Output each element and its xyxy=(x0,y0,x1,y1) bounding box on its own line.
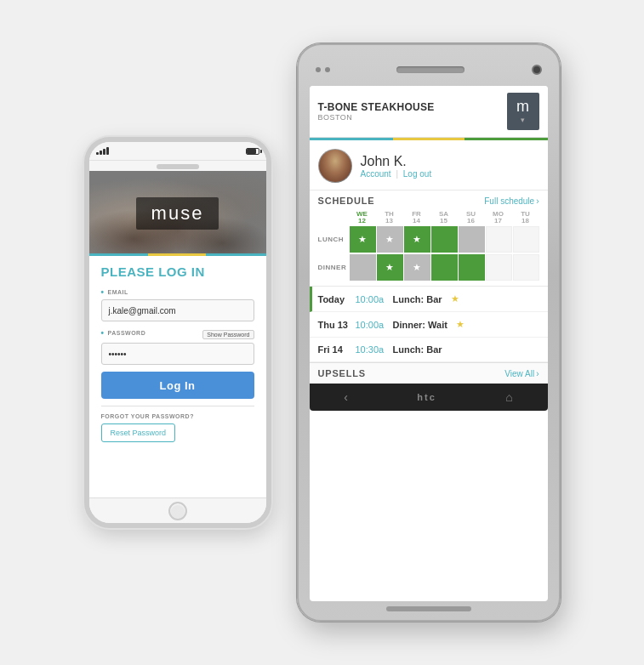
iphone-home-bar xyxy=(89,497,266,523)
grid-day-headers: WE12 TH13 FR14 SA15 SU16 MO17 TU18 xyxy=(318,211,539,225)
signal-bars xyxy=(96,147,109,155)
upcoming-item-today[interactable]: Today 10:00a Lunch: Bar ★ xyxy=(310,287,548,312)
upcoming-desc-thu: Dinner: Wait xyxy=(393,320,447,330)
upcoming-date-fri: Fri 14 xyxy=(318,344,349,355)
upcoming-time-fri: 10:30a xyxy=(356,344,386,355)
dinner-cell-thu[interactable]: ★ xyxy=(377,254,403,281)
htc-speaker-bottom xyxy=(386,606,471,611)
user-row: John K. Account | Log out xyxy=(310,140,548,190)
signal-bar-3 xyxy=(103,149,105,155)
dinner-cell-wed[interactable] xyxy=(350,254,376,281)
htc-nav-bar: ‹ htc ⌂ xyxy=(310,384,548,411)
upcoming-desc-today: Lunch: Bar xyxy=(393,294,442,304)
lunch-cell-thu[interactable]: ★ xyxy=(377,226,403,253)
login-title: PLEASE LOG IN xyxy=(101,264,254,279)
show-password-button[interactable]: Show Password xyxy=(202,330,254,339)
login-button[interactable]: Log In xyxy=(101,372,254,399)
avatar-image xyxy=(319,150,351,182)
badge-chevron-icon: ▾ xyxy=(521,116,525,124)
restaurant-name: T-BONE STEAKHOUSE xyxy=(318,101,435,113)
lunch-cell-tue[interactable] xyxy=(513,226,539,253)
htc-screen: T-BONE STEAKHOUSE BOSTON m ▾ John K. Acc… xyxy=(310,86,548,601)
dinner-cell-sat[interactable] xyxy=(431,254,458,281)
upsells-section: UPSELLS View All › xyxy=(310,362,548,384)
signal-bar-4 xyxy=(106,147,109,155)
htc-dot-2 xyxy=(325,67,330,72)
dinner-cell-tue[interactable] xyxy=(513,254,539,281)
link-separator: | xyxy=(396,169,398,179)
muse-logo-box: muse xyxy=(136,197,219,230)
iphone-status-bar xyxy=(89,142,266,161)
lunch-cell-mon[interactable] xyxy=(486,226,512,253)
htc-speaker-top xyxy=(396,66,464,73)
signal-indicator xyxy=(96,147,109,155)
iphone-hero: muse xyxy=(89,171,266,256)
schedule-section: SCHEDULE Full schedule › WE12 TH13 FR14 … xyxy=(310,190,548,286)
lunch-row: LUNCH ★ ★ ★ xyxy=(318,226,539,253)
schedule-header: SCHEDULE Full schedule › xyxy=(318,196,539,206)
lunch-cell-fri[interactable]: ★ xyxy=(404,226,430,253)
dinner-row: DINNER ★ ★ xyxy=(318,254,539,281)
chevron-right-icon: › xyxy=(536,196,539,206)
back-button[interactable]: ‹ xyxy=(344,390,348,404)
view-all-link[interactable]: View All › xyxy=(504,369,539,378)
email-group: EMAIL j.kale@gmail.com xyxy=(101,287,254,321)
htc-top-bar xyxy=(305,57,552,82)
day-label-mon: MO17 xyxy=(485,211,512,225)
m-badge[interactable]: m ▾ xyxy=(507,93,539,130)
lunch-cell-wed[interactable]: ★ xyxy=(350,226,376,253)
full-schedule-link[interactable]: Full schedule › xyxy=(484,196,539,206)
upcoming-item-thu[interactable]: Thu 13 10:00a Dinner: Wait ★ xyxy=(310,312,548,338)
signal-bar-1 xyxy=(96,152,99,155)
logout-link[interactable]: Log out xyxy=(403,169,431,179)
dinner-cell-fri[interactable]: ★ xyxy=(404,254,430,281)
email-input[interactable]: j.kale@gmail.com xyxy=(101,299,254,321)
account-link[interactable]: Account xyxy=(361,169,391,179)
dinner-cell-mon[interactable] xyxy=(486,254,512,281)
hero-stripe xyxy=(89,253,266,256)
reset-password-button[interactable]: Reset Password xyxy=(101,423,176,442)
restaurant-city: BOSTON xyxy=(318,113,435,122)
muse-logo-text: muse xyxy=(151,202,204,224)
user-avatar xyxy=(318,149,352,183)
battery-icon xyxy=(246,148,259,155)
dinner-label: DINNER xyxy=(318,264,349,271)
iphone-app-body: PLEASE LOG IN EMAIL j.kale@gmail.com PAS… xyxy=(89,256,266,497)
upcoming-time-thu: 10:00a xyxy=(356,320,386,330)
upcoming-time-today: 10:00a xyxy=(356,294,386,304)
forgot-section: FORGOT YOUR PASSWORD? Reset Password xyxy=(101,406,254,442)
day-label-sun: SU16 xyxy=(458,211,485,225)
password-input[interactable]: •••••• xyxy=(101,343,254,365)
dinner-cell-sun[interactable] xyxy=(459,254,485,281)
day-label-fri: FR14 xyxy=(403,211,430,225)
battery-fill xyxy=(247,149,256,154)
upsells-title: UPSELLS xyxy=(318,368,366,378)
htc-footer xyxy=(305,601,552,611)
htc-dots xyxy=(316,67,330,72)
app-header: T-BONE STEAKHOUSE BOSTON m ▾ xyxy=(310,86,548,138)
lunch-cell-sun[interactable] xyxy=(459,226,485,253)
password-group: PASSWORD Show Password •••••• xyxy=(101,328,254,365)
day-label-thu: TH13 xyxy=(376,211,403,225)
password-label-row: PASSWORD Show Password xyxy=(101,328,254,340)
user-info: John K. Account | Log out xyxy=(361,154,432,179)
iphone-speaker xyxy=(157,164,199,169)
day-label-tue: TU18 xyxy=(512,211,539,225)
day-label-wed: WE12 xyxy=(349,211,376,225)
home-button[interactable] xyxy=(168,502,187,520)
lunch-cell-sat[interactable] xyxy=(431,226,458,253)
upcoming-item-fri[interactable]: Fri 14 10:30a Lunch: Bar xyxy=(310,338,548,362)
home-button-htc[interactable]: ⌂ xyxy=(505,390,512,404)
iphone-device: muse PLEASE LOG IN EMAIL j.kale@gmail.co… xyxy=(84,137,271,528)
schedule-title: SCHEDULE xyxy=(318,196,375,206)
view-all-chevron-icon: › xyxy=(536,369,539,378)
forgot-label: FORGOT YOUR PASSWORD? xyxy=(101,413,254,419)
htc-camera xyxy=(532,65,542,75)
password-label: PASSWORD xyxy=(101,328,146,338)
user-links: Account | Log out xyxy=(361,169,432,179)
htc-dot-1 xyxy=(316,67,321,72)
htc-device: T-BONE STEAKHOUSE BOSTON m ▾ John K. Acc… xyxy=(297,43,561,622)
upcoming-star-today: ★ xyxy=(451,293,459,304)
signal-bar-2 xyxy=(100,151,102,155)
upcoming-star-thu: ★ xyxy=(456,319,464,330)
